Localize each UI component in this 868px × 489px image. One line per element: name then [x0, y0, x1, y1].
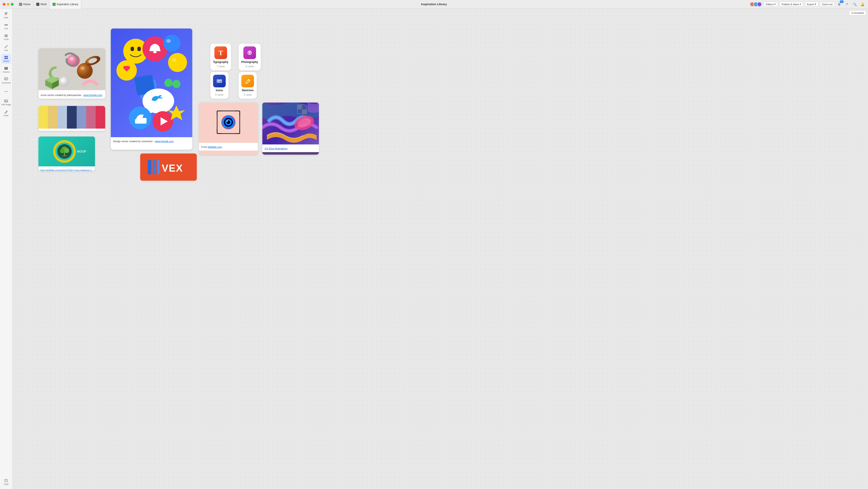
minimize-button[interactable]: [7, 3, 9, 6]
design-vector-image: [111, 29, 192, 137]
publish-share-button[interactable]: Publish & share ▾: [780, 2, 803, 6]
svg-rect-5: [4, 35, 8, 35]
svg-rect-7: [4, 36, 8, 37]
svg-rect-12: [6, 58, 8, 59]
dribbble-link[interactable]: dribbble.com: [208, 146, 222, 148]
sidebar-item-more[interactable]: [1, 86, 11, 96]
photography-card[interactable]: From dribbble.com: [199, 103, 258, 154]
window-title: Inspiration Library: [421, 2, 447, 6]
comment-icon: [4, 77, 8, 81]
geo-caption: Icons vector created by pikisuperstar - …: [38, 91, 105, 99]
icons-group-name: Icons: [216, 89, 223, 92]
svg-point-4: [6, 24, 8, 26]
svg-rect-107: [158, 160, 159, 174]
svg-rect-1: [5, 13, 7, 14]
sidebar-item-add-image[interactable]: Add image: [1, 97, 11, 107]
svg-point-52: [168, 53, 187, 72]
sidebar-item-todo[interactable]: To-do: [1, 32, 11, 42]
group-typography[interactable]: T Typography 7 cards: [210, 44, 231, 70]
svg-rect-106: [153, 160, 156, 174]
traffic-lights: [0, 3, 16, 6]
tab-home[interactable]: M Home: [16, 0, 33, 9]
help-button[interactable]: ?: [844, 1, 850, 7]
sidebar-item-draw[interactable]: Draw: [1, 108, 11, 118]
sidebar-item-comment[interactable]: Comment: [1, 76, 11, 86]
svg-point-22: [7, 91, 8, 92]
typography-group-name: Typography: [213, 60, 228, 64]
title-text: Inspiration Library: [421, 2, 447, 6]
group-photography[interactable]: Photography 6 cards: [239, 44, 261, 70]
uvzhus-card[interactable]: UV Zhus illustrations: [262, 103, 319, 154]
swatches-card[interactable]: [38, 106, 105, 131]
svg-rect-0: [5, 12, 7, 13]
column-icon: [4, 66, 8, 70]
tab-work-label: Work: [40, 3, 47, 6]
typography-group-count: 7 cards: [217, 65, 225, 68]
svg-point-49: [153, 51, 157, 53]
svg-line-8: [5, 45, 7, 48]
search-button[interactable]: 🔍: [852, 1, 858, 7]
sidebar: Note Link To-do Line Board: [0, 9, 12, 489]
svg-rect-9: [4, 56, 6, 57]
svg-point-32: [249, 52, 251, 54]
svg-point-50: [163, 35, 181, 52]
svg-rect-36: [218, 80, 221, 81]
photography-group-count: 6 cards: [246, 65, 254, 68]
tab-work[interactable]: Work: [33, 0, 50, 9]
svg-rect-15: [7, 67, 8, 70]
svg-rect-104: [302, 109, 306, 114]
tab-bar: M Home Work Inspiration Library: [16, 0, 750, 9]
design-link[interactable]: www.freepik.com: [155, 140, 174, 143]
svg-point-57: [164, 79, 173, 87]
svg-rect-10: [6, 56, 8, 57]
alerts-button[interactable]: 🔔: [859, 1, 865, 7]
svg-text:HOOP: HOOP: [77, 150, 86, 153]
tab-inspiration[interactable]: Inspiration Library: [50, 0, 81, 9]
svg-rect-13: [4, 67, 5, 70]
sidebar-item-column[interactable]: Column: [1, 65, 11, 75]
sidebar-item-line[interactable]: Line: [1, 43, 11, 53]
fullscreen-button[interactable]: [11, 3, 13, 6]
sidebar-item-note[interactable]: Note: [1, 10, 11, 20]
zoom-out-button[interactable]: Zoom out: [820, 2, 835, 6]
photography-group-name: Photography: [241, 60, 258, 64]
vex-image: VEX: [140, 153, 197, 181]
design-vector-card[interactable]: Design vector created by coolvector - ww…: [111, 29, 192, 150]
canvas-area[interactable]: 0 Unsorted T Typography 7 cards Photogra…: [12, 9, 868, 489]
svg-point-21: [6, 91, 6, 92]
swatch-pink: [86, 106, 96, 128]
hoop-card[interactable]: HOOP https://dribbble.com/shots/2075607-…: [38, 137, 95, 171]
geo-link[interactable]: www.freepik.com: [84, 94, 102, 96]
svg-rect-26: [5, 480, 7, 482]
titlebar: M Home Work Inspiration Library Inspirat…: [0, 0, 868, 9]
sidebar-trash[interactable]: Trash: [4, 478, 9, 485]
sidebar-item-link[interactable]: Link: [1, 21, 11, 31]
notification-button[interactable]: 🖥 21: [836, 1, 842, 7]
svg-point-68: [80, 66, 85, 70]
sketches-group-count: 2 cards: [244, 93, 252, 96]
sidebar-item-board[interactable]: Board: [1, 54, 11, 64]
more-icon: [4, 89, 8, 93]
geo-shapes-card[interactable]: Icons vector created by pikisuperstar - …: [38, 48, 105, 99]
export-button[interactable]: Export ▾: [805, 2, 818, 6]
vex-card[interactable]: VEX: [140, 153, 197, 181]
inspiration-tab-icon: [53, 3, 56, 6]
svg-point-3: [5, 24, 6, 26]
tab-inspiration-label: Inspiration Library: [57, 3, 78, 6]
titlebar-actions: Editors ▾ Publish & share ▾ Export ▾ Zoo…: [750, 1, 868, 7]
unsorted-button[interactable]: 0 Unsorted: [849, 10, 866, 16]
svg-rect-6: [4, 35, 8, 36]
svg-rect-11: [4, 58, 6, 59]
group-sketches[interactable]: Sketches 2 cards: [239, 72, 257, 99]
svg-point-98: [227, 120, 228, 122]
svg-rect-103: [298, 105, 302, 109]
close-button[interactable]: [3, 3, 5, 6]
icons-icon: [213, 75, 226, 87]
todo-icon: [4, 34, 8, 38]
hoop-link[interactable]: https://dribbble.com/shots/2075607-Hoop-…: [40, 169, 92, 171]
uvzhus-link[interactable]: UV Zhus illustrations: [265, 147, 287, 150]
editors-button[interactable]: Editors ▾: [764, 2, 778, 6]
photo-card-image: [199, 103, 258, 143]
trash-icon: [4, 478, 8, 483]
group-icons[interactable]: Icons 6 cards: [210, 72, 228, 99]
